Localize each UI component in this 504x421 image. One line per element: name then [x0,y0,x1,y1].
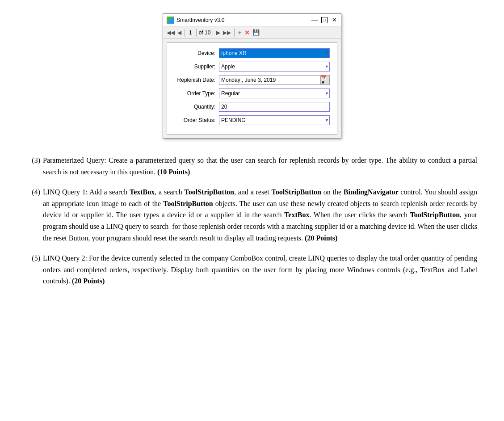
order-status-input[interactable] [219,115,330,125]
maximize-button[interactable]: □ [321,17,328,23]
app-window: SmartInventory v3.0 — □ ✕ ◀◀ ◀ 1 of 10 ▶… [163,13,341,139]
item-3-number: (3) [27,155,40,177]
order-status-field-wrapper: ▼ [219,115,330,125]
item-5-points: 20 Points [74,277,102,285]
last-record-button[interactable]: ▶▶ [222,29,232,36]
content-item-3: (3) Parameterized Query: Create a parame… [27,155,477,177]
supplier-row: Supplier: ▼ [174,62,330,72]
save-record-button[interactable]: 💾 [252,29,260,36]
app-icon [167,17,174,24]
item-4-text: LINQ Query 1: Add a search TextBox, a se… [43,186,477,244]
delete-record-button[interactable]: ✕ [244,29,251,36]
order-type-row: Order Type: ▼ [174,88,330,98]
next-record-button[interactable]: ▶ [215,29,221,36]
window-title: SmartInventory v3.0 [176,17,224,23]
record-number[interactable]: 1 [187,29,194,36]
toolbar-separator-4 [234,29,235,37]
order-type-input[interactable] [219,88,330,98]
calendar-button[interactable]: 📅▼ [321,75,330,85]
date-field-wrapper: Monday , June 3, 2019 📅▼ [219,75,330,85]
minimize-button[interactable]: — [311,17,318,23]
quantity-row: Quantity: [174,102,330,112]
device-row: Device: ▼ [174,48,330,58]
toolbar: ◀◀ ◀ 1 of 10 ▶ ▶▶ + ✕ 💾 [163,26,341,39]
device-label: Device: [174,50,219,56]
item-4-number: (4) [27,186,40,244]
date-value: Monday , June 3, 2019 [221,77,276,83]
item-5-number: (5) [27,253,40,287]
supplier-label: Supplier: [174,63,219,70]
order-type-field-wrapper: ▼ [219,88,330,98]
record-of-total: of 10 [199,29,211,36]
quantity-field-wrapper [219,102,330,112]
toolbar-separator-3 [213,29,213,37]
content-item-4: (4) LINQ Query 1: Add a search TextBox, … [27,186,477,244]
supplier-input[interactable] [219,62,330,72]
window-container: SmartInventory v3.0 — □ ✕ ◀◀ ◀ 1 of 10 ▶… [27,13,477,139]
toolbar-separator-1 [185,29,185,37]
order-status-label: Order Status: [174,117,219,123]
order-status-row: Order Status: ▼ [174,115,330,125]
device-field-wrapper: ▼ [219,48,330,58]
titlebar: SmartInventory v3.0 — □ ✕ [163,14,341,26]
form-body: Device: ▼ Supplier: ▼ Replenish Date: [167,42,337,135]
first-record-button[interactable]: ◀◀ [166,29,176,36]
date-input[interactable]: Monday , June 3, 2019 [219,75,321,85]
order-type-label: Order Type: [174,90,219,97]
item-5-text: LINQ Query 2: For the device currently s… [43,253,477,287]
quantity-input[interactable] [219,102,330,112]
item-3-text: Parameterized Query: Create a parameteri… [43,155,477,177]
item-4-points: 20 Points [307,234,335,242]
quantity-label: Quantity: [174,104,219,110]
content-section: (3) Parameterized Query: Create a parame… [27,155,477,287]
content-item-5: (5) LINQ Query 2: For the device current… [27,253,477,287]
add-record-button[interactable]: + [237,29,242,36]
item-3-points: 10 Points [160,168,188,176]
titlebar-controls: — □ ✕ [311,17,337,23]
device-input[interactable] [219,48,330,58]
titlebar-left: SmartInventory v3.0 [167,17,224,24]
toolbar-separator-2 [196,29,197,37]
close-button[interactable]: ✕ [331,17,337,23]
prev-record-button[interactable]: ◀ [176,29,182,36]
replenish-date-label: Replenish Date: [174,77,219,83]
replenish-date-row: Replenish Date: Monday , June 3, 2019 📅▼ [174,75,330,85]
supplier-field-wrapper: ▼ [219,62,330,72]
